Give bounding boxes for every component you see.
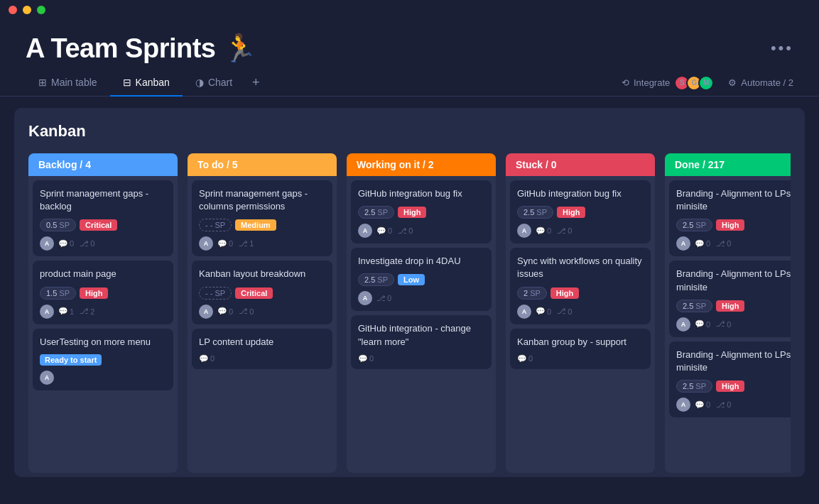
subtask-icon: ⎇	[716, 319, 725, 329]
priority-tag: High	[80, 287, 108, 299]
card-footer: A 💬 0 ⎇ 0	[676, 236, 791, 251]
chat-icon: 💬	[536, 307, 546, 316]
more-button[interactable]: •••	[771, 39, 793, 57]
sp-tag: 2.5 SP	[358, 206, 394, 219]
card-meta: 💬 0 ⎇ 0	[695, 319, 731, 329]
comment-count: 💬 0	[536, 226, 551, 236]
priority-tag: High	[716, 300, 744, 312]
card-footer: A ⎇ 0	[358, 291, 484, 305]
col-header-todo: To do / 5	[188, 153, 337, 176]
subtask-icon: ⎇	[398, 226, 407, 236]
card-tags: 2.5 SP High	[676, 380, 791, 393]
card-backlog-1[interactable]: Sprint management gaps - backlog 0.5 SP …	[33, 180, 173, 256]
tab-chart[interactable]: ◑ Chart	[183, 70, 245, 97]
card-tags: 0.5 SP Critical	[40, 219, 166, 231]
card-working-2[interactable]: Investigate drop in 4DAU 2.5 SP Low A ⎇	[351, 248, 492, 311]
avatar: A	[517, 224, 531, 238]
card-stuck-1[interactable]: GitHub integration bug fix 2.5 SP High A…	[510, 180, 651, 243]
card-meta: 💬 0 ⎇ 0	[536, 307, 572, 316]
tab-kanban[interactable]: ⊟ Kanban	[110, 70, 183, 97]
avatar-stack: S G M	[674, 75, 714, 91]
col-body-done[interactable]: Branding - Alignment to LPs + minisite 2…	[665, 176, 791, 473]
integrate-button[interactable]: ⟲ Integrate S G M	[622, 75, 714, 91]
comment-count: 💬 0	[217, 239, 233, 248]
card-meta: 💬 1 ⎇ 2	[58, 307, 94, 316]
sp-tag: 2 SP	[517, 287, 547, 300]
chat-icon: 💬	[217, 307, 227, 316]
subtask-icon: ⎇	[557, 307, 566, 316]
tabs-left: ⊞ Main table ⊟ Kanban ◑ Chart +	[26, 70, 267, 96]
tabs-bar: ⊞ Main table ⊟ Kanban ◑ Chart + ⟲ Integr…	[0, 70, 819, 97]
card-done-1[interactable]: Branding - Alignment to LPs + minisite 2…	[669, 180, 791, 256]
card-footer: A	[40, 371, 166, 385]
chat-icon: 💬	[376, 226, 386, 236]
maximize-dot[interactable]	[37, 6, 45, 14]
tab-main-table[interactable]: ⊞ Main table	[26, 70, 110, 97]
card-done-2[interactable]: Branding - Alignment to LPs + minisite 2…	[669, 261, 791, 336]
subtask-count: ⎇ 0	[716, 400, 731, 410]
priority-tag: High	[398, 207, 426, 218]
card-backlog-3[interactable]: UserTesting on more menu Ready to start …	[33, 329, 173, 390]
chat-icon: 💬	[517, 354, 527, 363]
card-stuck-2[interactable]: Sync with workflows on quality issues 2 …	[510, 248, 651, 324]
card-meta: 💬 0 ⎇ 0	[376, 226, 413, 236]
card-backlog-2[interactable]: product main page 1.5 SP High A 💬	[33, 261, 173, 324]
col-body-stuck[interactable]: GitHub integration bug fix 2.5 SP High A…	[506, 176, 655, 473]
tabs-right: ⟲ Integrate S G M ⚙ Automate / 2	[622, 75, 793, 91]
card-stuck-3[interactable]: Kanban group by - support 💬 0	[510, 329, 651, 369]
comment-count: 💬 0	[199, 354, 215, 363]
col-body-backlog[interactable]: Sprint management gaps - backlog 0.5 SP …	[28, 176, 178, 473]
subtask-icon: ⎇	[716, 239, 725, 248]
card-working-1[interactable]: GitHub integration bug fix 2.5 SP High A…	[351, 180, 492, 243]
minimize-dot[interactable]	[23, 6, 31, 14]
sp-tag: 2.5 SP	[358, 273, 394, 286]
col-body-working[interactable]: GitHub integration bug fix 2.5 SP High A…	[347, 176, 496, 473]
sp-tag: 2.5 SP	[676, 219, 712, 231]
add-tab-button[interactable]: +	[245, 70, 267, 96]
comment-count: 💬 0	[58, 239, 74, 248]
card-meta: ⎇ 0	[376, 294, 391, 303]
column-todo: To do / 5 Sprint management gaps - colum…	[188, 153, 337, 473]
column-backlog: Backlog / 4 Sprint management gaps - bac…	[28, 153, 178, 473]
card-footer: 💬 0	[199, 354, 325, 363]
card-footer: A 💬 0 ⎇ 0	[40, 236, 166, 251]
card-meta: 💬 0 ⎇ 1	[217, 239, 254, 248]
card-todo-3[interactable]: LP content update 💬 0	[192, 329, 332, 369]
card-done-3[interactable]: Branding - Alignment to LPs + minisite 2…	[669, 341, 791, 417]
priority-tag: Medium	[235, 219, 276, 231]
subtask-count: ⎇ 0	[557, 307, 572, 316]
card-footer: A 💬 0 ⎇ 1	[199, 236, 325, 251]
priority-tag: Critical	[80, 219, 117, 231]
col-body-todo[interactable]: Sprint management gaps - columns permiss…	[188, 176, 337, 473]
subtask-icon: ⎇	[239, 307, 248, 316]
card-footer: A 💬 0 ⎇ 0	[676, 398, 791, 412]
card-meta: 💬 0 ⎇ 0	[695, 400, 731, 410]
sp-tag: 0.5 SP	[40, 219, 76, 231]
automate-button[interactable]: ⚙ Automate / 2	[728, 77, 793, 88]
integrate-icon: ⟲	[622, 77, 629, 88]
priority-tag: High	[557, 207, 585, 218]
subtask-count: ⎇ 0	[398, 226, 413, 236]
card-footer: A 💬 0 ⎇ 0	[199, 305, 325, 319]
card-tags: - - SP Critical	[199, 287, 325, 300]
close-dot[interactable]	[9, 6, 17, 14]
card-todo-2[interactable]: Kanban layout breakdown - - SP Critical …	[192, 261, 332, 324]
card-meta: 💬 0	[517, 354, 533, 363]
sp-tag: - - SP	[199, 287, 232, 300]
col-header-working: Working on it / 2	[347, 153, 496, 176]
card-footer: A 💬 0 ⎇ 0	[517, 224, 644, 238]
card-meta: 💬 0 ⎇ 0	[536, 226, 572, 236]
priority-tag: Critical	[235, 287, 273, 299]
comment-count: 💬 0	[695, 319, 710, 329]
avatar: A	[517, 305, 531, 319]
avatar-3: M	[698, 75, 714, 91]
card-todo-1[interactable]: Sprint management gaps - columns permiss…	[192, 180, 332, 256]
priority-tag: High	[716, 380, 744, 392]
card-working-3[interactable]: GitHub integration - change "learn more"…	[351, 315, 492, 368]
card-footer: A 💬 0 ⎇ 0	[676, 317, 791, 332]
titlebar	[0, 0, 819, 20]
subtask-icon: ⎇	[239, 239, 248, 248]
page-header: A Team Sprints 🏃 •••	[0, 20, 819, 64]
chat-icon: 💬	[536, 226, 546, 236]
avatar: A	[40, 236, 54, 251]
